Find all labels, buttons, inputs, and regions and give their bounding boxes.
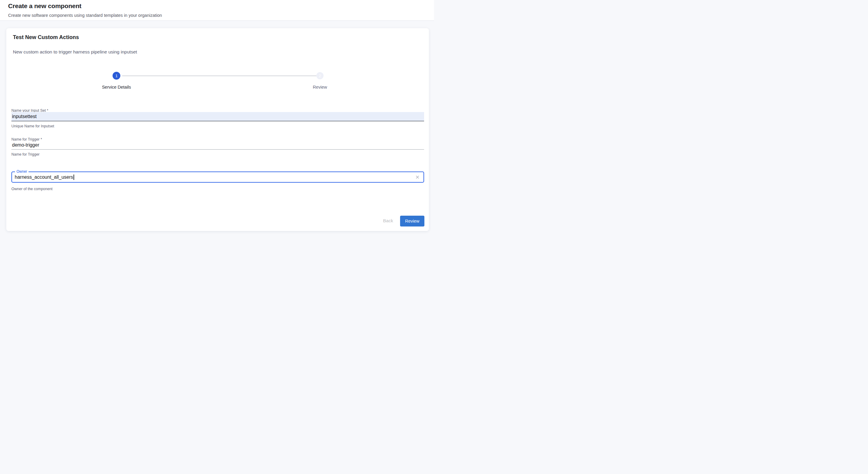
template-description: New custom action to trigger harness pip…: [13, 49, 137, 55]
step-1-indicator: 1: [113, 72, 120, 80]
back-button[interactable]: Back: [376, 217, 400, 225]
template-title: Test New Custom Actions: [13, 34, 79, 40]
clear-icon[interactable]: ✕: [415, 175, 420, 180]
owner-helper: Owner of the component: [11, 187, 53, 191]
step-2-label: Review: [294, 85, 345, 90]
trigger-name-value: demo-trigger: [12, 142, 39, 147]
text-caret: [73, 175, 74, 180]
review-button[interactable]: Review: [400, 216, 424, 227]
inputset-name-helper: Unique Name for Inputset: [11, 124, 54, 128]
page-subtitle: Create new software components using sta…: [8, 13, 162, 18]
owner-input[interactable]: Owner harness_account_all_users ✕: [11, 172, 424, 183]
owner-label: Owner: [15, 170, 29, 174]
inputset-name-input[interactable]: inputsettest: [11, 112, 424, 121]
trigger-name-input[interactable]: demo-trigger: [11, 141, 424, 150]
inputset-name-value: inputsettest: [12, 114, 37, 119]
page-title: Create a new component: [8, 2, 81, 10]
step-2-indicator: 2: [316, 72, 323, 79]
page-header: Create a new component Create new softwa…: [0, 0, 434, 21]
wizard-card: Test New Custom Actions New custom actio…: [6, 28, 429, 231]
owner-value: harness_account_all_users: [15, 175, 73, 180]
step-1-label: Service Details: [91, 85, 142, 90]
trigger-name-helper: Name for Trigger: [11, 152, 40, 156]
